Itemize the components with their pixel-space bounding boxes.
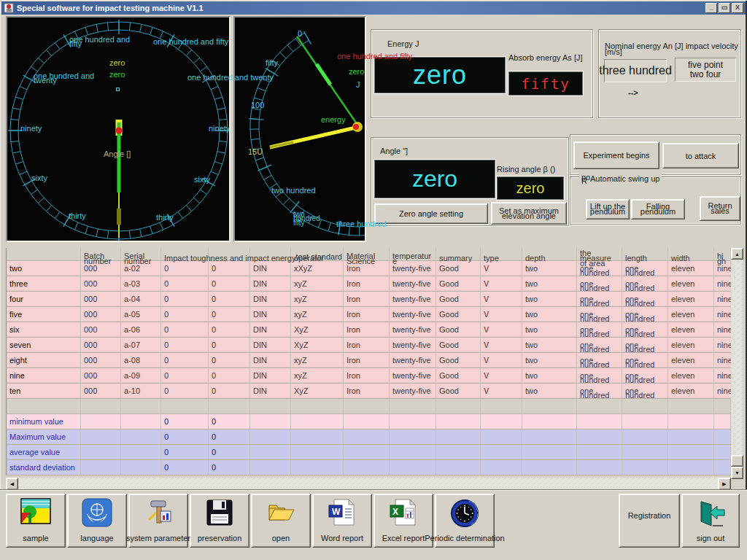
table-cell: one hundred [577,307,622,322]
table-cell: DIN [250,261,291,276]
table-cell: V [481,338,522,352]
table-cell [522,460,577,475]
periodic-determination-button[interactable]: Periodic determination [435,494,495,548]
gauge-label-120-left: one hundred and twenty [34,70,101,82]
table-cell: 000 [81,261,121,276]
language-label: language [80,534,113,542]
vertical-scroll-thumb[interactable] [731,455,743,467]
sample-button[interactable]: sample [6,494,66,548]
table-cell: Good [436,338,481,352]
table-cell [481,399,522,413]
app-icon [4,3,14,13]
table-cell: DIN [250,368,291,383]
falling-pendulum-button[interactable]: Falling pendulum [631,199,685,219]
table-cell: 0 [161,445,209,459]
table-row[interactable]: ten000a-1000DINXyZIrontwenty-fiveGoodVtw… [7,384,731,399]
zero-angle-button[interactable]: Zero angle setting [374,203,488,224]
maximize-button[interactable]: ▭ [719,3,730,13]
table-cell [481,414,522,429]
registration-button[interactable]: Registration [619,494,680,548]
table-cell [577,429,622,444]
table-row[interactable]: nine000a-0900DINxyZIrontwenty-fiveGoodVt… [7,368,731,384]
table-cell: a-02 [121,261,161,276]
horizontal-scroll-track[interactable] [18,478,718,490]
lift-pendulum-button[interactable]: Lift up the pendulum [586,199,630,219]
preservation-button[interactable]: preservation [190,494,249,548]
table-cell: V [481,322,522,337]
table-cell: Iron [344,384,390,398]
experiment-begins-button[interactable]: Experiment begins [573,141,659,169]
preservation-label: preservation [198,534,242,542]
table-cell [622,460,668,475]
gauge-label-120-right: one hundred and twenty [187,73,274,82]
to-attack-button[interactable]: to attack [662,143,739,168]
sign-out-icon [682,498,739,529]
minimize-button[interactable]: _ [705,3,717,13]
table-cell: Maximum value [7,429,81,444]
horizontal-scrollbar: ◀ ▶ [6,478,731,490]
table-cell: V [481,307,522,322]
table-cell: 0 [161,338,209,352]
table-row[interactable]: two000a-0200DINxXyZIrontwenty-fiveGoodVt… [7,261,731,276]
table-cell: two [522,368,577,383]
table-row[interactable]: three000a-0300DINxyZIrontwenty-fiveGoodV… [7,276,731,292]
max-elevation-button[interactable]: Set as maximum elevation angle [491,202,567,225]
table-cell [668,399,714,413]
table-cell [291,429,344,444]
table-cell [161,399,209,413]
table-cell: 0 [161,368,209,383]
sign-out-button[interactable]: sign out [681,494,740,548]
close-button[interactable]: X [732,3,743,13]
table-cell: 0 [161,353,209,368]
table-cell [436,445,481,459]
table-cell: V [481,261,522,276]
table-cell: a-09 [121,368,161,383]
table-cell: twenty-five [390,261,436,276]
scroll-up-button[interactable]: ▲ [731,248,743,260]
vertical-scroll-track[interactable] [731,260,743,455]
table-cell: DIN [250,276,291,291]
table-cell: twenty-five [390,384,436,398]
table-cell: one hundred [622,261,668,276]
table-cell: eleven [668,261,714,276]
table-header-row: Batch numberSerial numberImpact toughnes… [7,248,731,261]
table-cell: xyZ [291,307,344,322]
table-cell [390,429,436,444]
table-cell: twenty-five [390,292,436,306]
table-cell: DIN [250,353,291,368]
table-cell: 0 [161,460,209,475]
table-row[interactable]: four000a-0400DINxyZIrontwenty-fiveGoodVt… [7,292,731,307]
table-cell: Good [436,307,481,322]
table-cell: 000 [81,353,121,368]
table-row[interactable]: six000a-0600DINXyZIrontwenty-fiveGoodVtw… [7,322,731,338]
table-row[interactable]: seven000a-0700DINXyZIrontwenty-fiveGoodV… [7,338,731,353]
table-cell [577,414,622,429]
scroll-right-button[interactable]: ▶ [718,478,731,490]
table-cell: two [522,276,577,291]
arrow-right-icon: ▶ [722,481,726,487]
language-button[interactable]: language [67,494,127,548]
swing-panel: po R Automatic swing up Lift up the pend… [570,176,741,225]
gauge-overlay-150-red: one hundred and fifty [337,52,412,61]
table-cell: eleven [668,276,714,291]
toolbar: sample language system parameter [0,490,747,560]
scroll-down-button[interactable]: ▼ [731,467,743,479]
word-report-button[interactable]: W Word report [312,494,372,548]
table-row[interactable]: five000a-0500DINxyZIrontwenty-fiveGoodVt… [7,307,731,322]
table-row[interactable]: eight000a-0800DINxyZIrontwenty-fiveGoodV… [7,353,731,368]
table-cell: eleven [668,338,714,352]
auto-swing-checkbox[interactable]: po R [581,173,590,183]
table-cell [714,399,731,413]
table-cell: 0 [209,368,250,383]
scroll-left-button[interactable]: ◀ [6,478,18,490]
return-sales-button[interactable]: Return sales [700,196,740,221]
table-cell: one hundred [577,338,622,352]
open-button[interactable]: open [251,494,311,548]
table-cell: Iron [344,338,390,352]
table-cell [436,429,481,444]
table-cell: eleven [668,292,714,306]
table-cell: Good [436,261,481,276]
table-cell: Good [436,384,481,398]
system-parameter-button[interactable]: system parameter [128,494,188,548]
table-cell: one hundred [622,307,668,322]
